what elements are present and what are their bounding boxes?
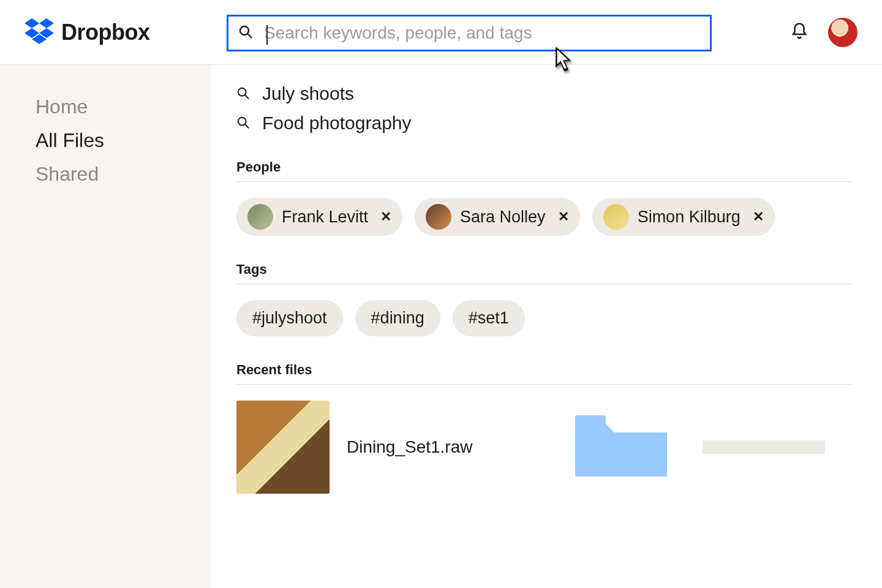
svg-point-9 — [238, 118, 246, 126]
person-chip[interactable]: Sara Nolley ✕ — [415, 198, 580, 236]
search-dropdown-panel: July shoots Food photography People Fran… — [211, 65, 882, 588]
svg-line-8 — [245, 95, 249, 99]
person-avatar — [603, 204, 629, 230]
person-avatar — [247, 204, 273, 230]
close-icon[interactable]: ✕ — [380, 209, 391, 225]
close-icon[interactable]: ✕ — [753, 209, 764, 225]
svg-rect-11 — [575, 415, 606, 425]
close-icon[interactable]: ✕ — [558, 209, 569, 225]
search-icon — [236, 113, 250, 134]
app-header: Dropbox — [0, 0, 882, 65]
search-icon — [238, 24, 253, 42]
person-name: Sara Nolley — [460, 208, 546, 227]
tags-section: Tags #julyshoot #dining #set1 — [236, 262, 853, 336]
tag-label: #dining — [371, 309, 424, 328]
tag-label: #julyshoot — [252, 309, 327, 328]
file-thumbnail[interactable] — [236, 401, 330, 494]
svg-marker-0 — [24, 18, 39, 28]
people-header: People — [236, 159, 853, 182]
brand-name: Dropbox — [61, 20, 150, 45]
sidebar-nav: Home All Files Shared — [0, 65, 211, 588]
svg-line-6 — [247, 34, 252, 38]
person-avatar — [426, 204, 451, 230]
sidebar-item-home[interactable]: Home — [36, 96, 211, 118]
suggestion-label: Food photography — [262, 113, 412, 134]
sidebar-item-all-files[interactable]: All Files — [36, 129, 211, 152]
dropbox-logo-icon — [24, 18, 54, 47]
file-name[interactable]: Dining_Set1.raw — [347, 437, 472, 457]
folder-icon[interactable] — [575, 415, 667, 479]
search-suggestion[interactable]: Food photography — [236, 113, 853, 134]
sidebar-item-shared[interactable]: Shared — [36, 163, 211, 186]
tags-header: Tags — [236, 262, 853, 284]
tag-chip[interactable]: #julyshoot — [236, 300, 343, 336]
account-avatar[interactable] — [828, 18, 858, 47]
tag-chip[interactable]: #set1 — [453, 300, 525, 336]
person-chip[interactable]: Frank Levitt ✕ — [236, 198, 402, 236]
tag-label: #set1 — [469, 309, 509, 328]
recent-files-header: Recent files — [236, 362, 853, 385]
tag-chip[interactable]: #dining — [355, 300, 440, 336]
search-input[interactable] — [264, 23, 700, 43]
svg-marker-1 — [39, 18, 54, 28]
search-box[interactable] — [227, 15, 712, 51]
search-suggestion[interactable]: July shoots — [236, 83, 853, 104]
svg-point-7 — [238, 88, 246, 96]
header-actions — [790, 0, 858, 65]
notifications-bell-icon[interactable] — [790, 22, 809, 43]
svg-point-5 — [240, 26, 249, 35]
brand[interactable]: Dropbox — [24, 18, 150, 47]
person-name: Frank Levitt — [282, 208, 368, 227]
suggestion-label: July shoots — [262, 83, 354, 104]
text-caret — [266, 25, 268, 45]
recent-files-section: Recent files Dining_Set1.raw — [236, 362, 853, 494]
people-section: People Frank Levitt ✕ Sara Nolley ✕ Simo… — [236, 159, 853, 236]
svg-line-10 — [245, 124, 249, 128]
search-icon — [236, 83, 250, 104]
person-name: Simon Kilburg — [638, 208, 741, 227]
person-chip[interactable]: Simon Kilburg ✕ — [592, 198, 775, 236]
placeholder-bar — [703, 440, 825, 454]
